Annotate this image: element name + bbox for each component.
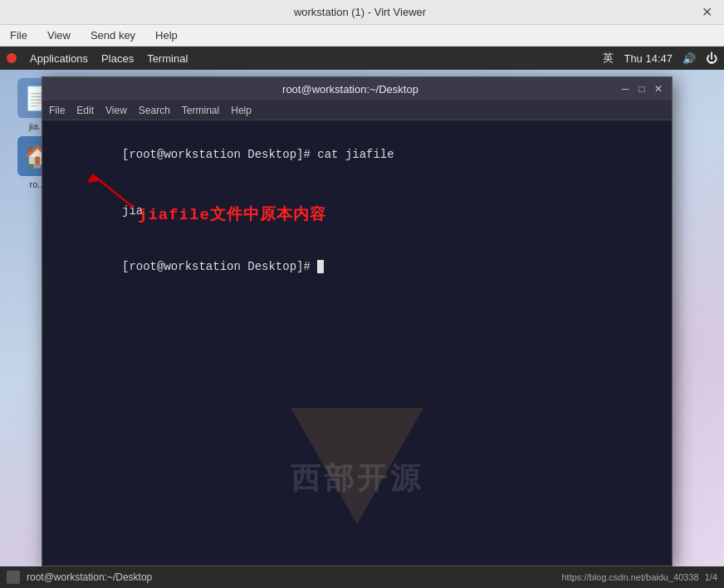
outer-menu-help[interactable]: Help [152,27,181,43]
terminal-menu-view[interactable]: View [105,105,127,116]
outer-menubar: File View Send key Help [0,25,724,47]
outer-titlebar-title: workstation (1) - Virt Viewer [23,6,697,18]
outer-menu-sendkey[interactable]: Send key [87,27,139,43]
terminal-line-2: jia [52,183,662,238]
terminal-menu-file[interactable]: File [49,105,65,116]
terminal-window: root@workstation:~/Desktop ─ □ ✕ File Ed… [42,76,673,566]
gnome-time: Thu 14:47 [624,52,673,65]
desktop: 📄 jia... 🏠 ro... root@workstation:~/Desk… [0,70,724,588]
outer-titlebar: workstation (1) - Virt Viewer ✕ [0,0,724,25]
outer-menu-file[interactable]: File [7,27,31,43]
terminal-title: root@workstation:~/Desktop [82,83,619,96]
gnome-app-dot [7,53,17,63]
terminal-prompt-2: [root@workstation Desktop]# [122,260,317,273]
terminal-output-jia: jia [122,204,143,218]
gnome-applications[interactable]: Applications [30,52,88,65]
bottom-taskbar: root@workstation:~/Desktop https://blog.… [0,566,724,588]
taskbar-left: root@workstation:~/Desktop [7,571,152,584]
terminal-menu-search[interactable]: Search [139,105,170,116]
gnome-topbar: Applications Places Terminal 英 Thu 14:47… [0,47,724,70]
terminal-maximize-button[interactable]: □ [635,82,648,96]
terminal-menu-edit[interactable]: Edit [76,105,94,116]
gnome-terminal[interactable]: Terminal [147,52,188,65]
terminal-menu-help[interactable]: Help [231,105,252,116]
terminal-watermark: 西部开源 [291,458,423,499]
taskbar-thumbnail [7,571,20,584]
taskbar-right: https://blog.csdn.net/baidu_40338 1/4 [562,572,718,582]
terminal-prompt-1: [root@workstation Desktop]# cat jiafile [122,148,394,161]
gnome-lang: 英 [603,51,614,66]
outer-close-button[interactable]: ✕ [697,2,717,22]
watermark-triangle [291,408,423,524]
terminal-line-1: [root@workstation Desktop]# cat jiafile [52,127,662,183]
terminal-body[interactable]: [root@workstation Desktop]# cat jiafile … [42,120,672,566]
terminal-menu-terminal[interactable]: Terminal [182,105,219,116]
outer-window: workstation (1) - Virt Viewer ✕ File Vie… [0,0,724,588]
gnome-power-icon[interactable]: ⏻ [706,51,717,65]
terminal-close-button[interactable]: ✕ [652,82,665,96]
gnome-topbar-right: 英 Thu 14:47 🔊 ⏻ [603,51,717,66]
outer-menu-view[interactable]: View [44,27,74,43]
terminal-line-3: [root@workstation Desktop]# [52,238,662,294]
gnome-places[interactable]: Places [101,52,134,65]
terminal-window-controls: ─ □ ✕ [619,82,665,96]
taskbar-window-label[interactable]: root@workstation:~/Desktop [27,571,152,583]
terminal-minimize-button[interactable]: ─ [619,82,632,96]
terminal-cursor [317,260,324,273]
gnome-volume-icon[interactable]: 🔊 [682,52,696,65]
terminal-titlebar: root@workstation:~/Desktop ─ □ ✕ [42,77,672,100]
terminal-menubar: File Edit View Search Terminal Help [42,100,672,120]
taskbar-page: 1/4 [705,572,717,582]
taskbar-url: https://blog.csdn.net/baidu_40338 [562,572,699,582]
